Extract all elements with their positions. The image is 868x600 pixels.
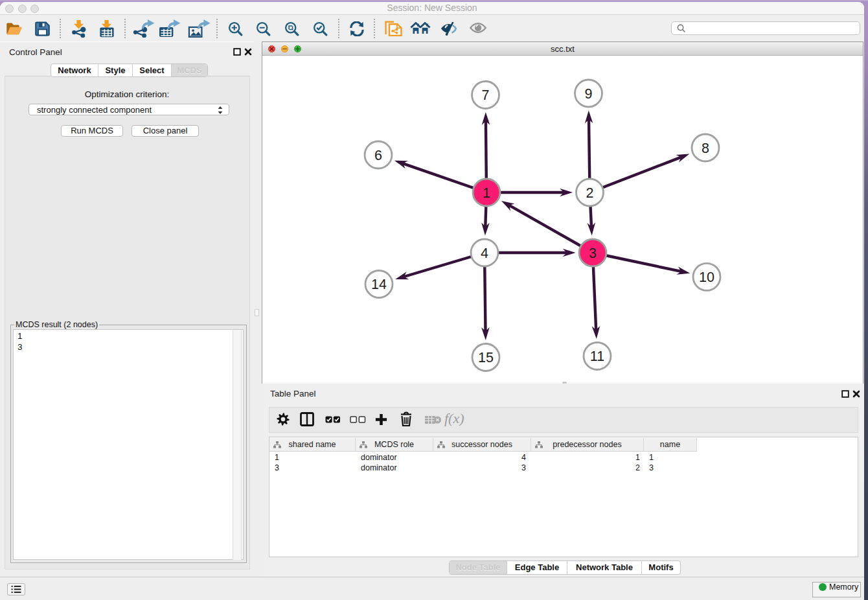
- svg-text:6: 6: [374, 148, 382, 163]
- svg-text:7: 7: [482, 87, 490, 103]
- svg-text:8: 8: [702, 141, 709, 156]
- svg-text:2: 2: [586, 185, 594, 201]
- svg-text:4: 4: [481, 246, 488, 261]
- svg-text:3: 3: [589, 246, 597, 261]
- svg-text:15: 15: [478, 350, 494, 365]
- svg-text:9: 9: [585, 86, 593, 102]
- svg-text:14: 14: [371, 277, 387, 292]
- svg-text:11: 11: [590, 349, 604, 364]
- svg-text:1: 1: [483, 185, 490, 201]
- svg-text:10: 10: [699, 270, 714, 285]
